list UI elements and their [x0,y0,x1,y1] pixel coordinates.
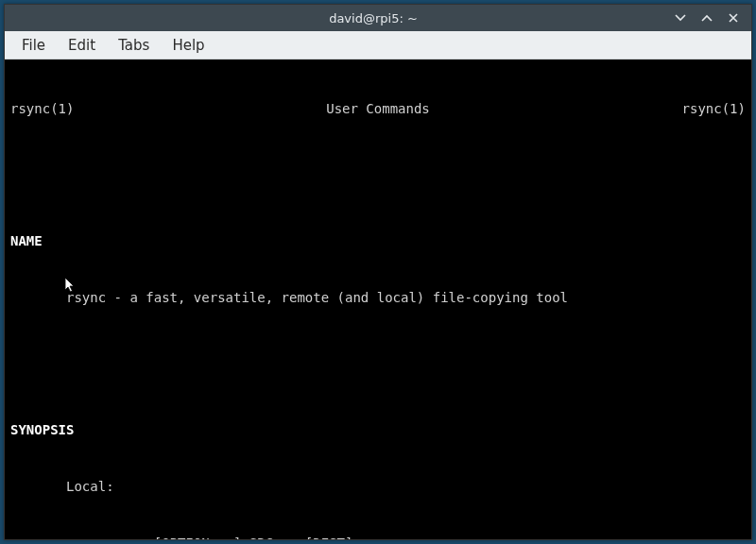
titlebar[interactable]: david@rpi5: ~ [5,5,751,31]
man-header-right: rsync(1) [682,99,746,118]
section-name: NAME [10,231,746,250]
maximize-icon[interactable] [700,11,713,25]
mouse-cursor-icon [16,258,27,275]
synopsis-local-label: Local: [10,477,746,496]
window-controls [666,11,751,25]
menu-tabs[interactable]: Tabs [107,33,161,58]
man-header-center: User Commands [326,99,430,118]
menubar: File Edit Tabs Help [5,31,751,60]
menu-help[interactable]: Help [161,33,215,58]
terminal-viewport[interactable]: rsync(1) User Commands rsync(1) NAME rsy… [5,60,751,539]
close-icon[interactable] [727,11,740,25]
man-header: rsync(1) User Commands rsync(1) [10,99,746,118]
terminal-window: david@rpi5: ~ File Edit Tabs Help rsync(… [4,4,752,540]
synopsis-local-cmd: rsync [OPTION...] SRC... [DEST] [10,534,746,539]
menu-edit[interactable]: Edit [57,33,107,58]
section-synopsis: SYNOPSIS [10,420,746,439]
blank-line [10,345,746,364]
blank-line [10,156,746,175]
man-header-left: rsync(1) [10,99,74,118]
name-description: rsync - a fast, versatile, remote (and l… [10,288,746,307]
menu-file[interactable]: File [10,33,57,58]
minimize-icon[interactable] [674,11,687,25]
window-title: david@rpi5: ~ [5,11,666,26]
